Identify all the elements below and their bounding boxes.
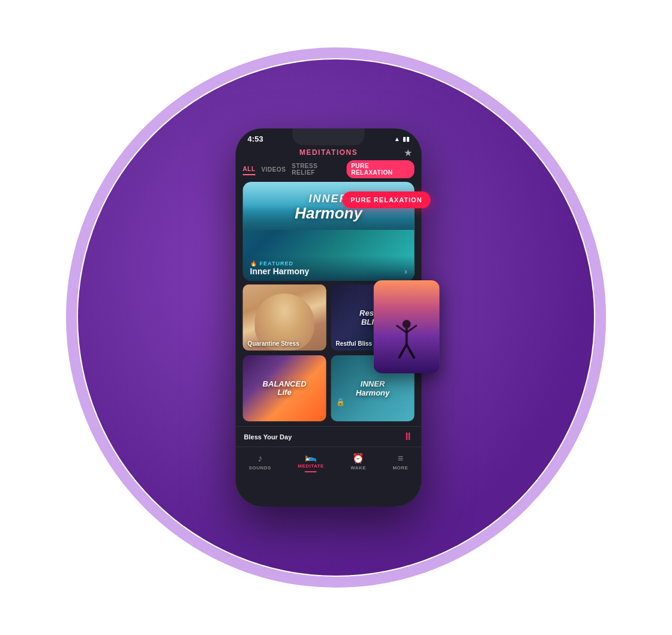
playing-title: Bless Your Day — [244, 433, 292, 441]
tab-pure-relaxation[interactable]: PURE RELAXATION — [346, 160, 414, 178]
meditate-icon: 🛌 — [305, 451, 317, 462]
playing-bar: Bless Your Day ⏸ — [236, 426, 422, 447]
battery-icon: ▮▮ — [403, 136, 410, 142]
meditate-label: MEDITATE — [298, 463, 324, 469]
card-inner-harmony-text: INNERHarmony — [356, 379, 389, 397]
tab-all[interactable]: ALL — [243, 164, 256, 175]
card-balanced-text: BALANCEDLife — [263, 380, 307, 397]
wake-label: WAKE — [350, 465, 366, 471]
phone-wrapper: 4:53 ▲ ▮▮ MEDITATIONS ★ ALL VIDEOS STRES… — [236, 128, 422, 507]
sounds-label: SOUNDS — [249, 465, 271, 471]
nav-meditate[interactable]: 🛌 MEDITATE — [298, 451, 324, 472]
app-header: MEDITATIONS ★ — [236, 146, 422, 160]
pause-button[interactable]: ⏸ — [403, 430, 413, 443]
pure-relaxation-bubble: PURE RELAXATION — [342, 191, 430, 208]
nav-wake[interactable]: ⏰ WAKE — [350, 453, 366, 471]
phone-notch — [293, 128, 365, 145]
scene: 4:53 ▲ ▮▮ MEDITATIONS ★ ALL VIDEOS STRES… — [0, 0, 672, 635]
banner-bottom: 🔥 FEATURED Inner Harmony › — [243, 256, 415, 281]
card-quarantine-stress[interactable]: Quarantine Stress — [243, 284, 326, 351]
app-title: MEDITATIONS — [299, 148, 358, 157]
status-time: 4:53 — [248, 134, 263, 143]
wake-icon: ⏰ — [352, 453, 364, 464]
more-icon: ≡ — [398, 453, 403, 464]
svg-line-4 — [399, 345, 407, 358]
favorite-icon[interactable]: ★ — [404, 147, 412, 158]
featured-label: 🔥 FEATURED — [250, 260, 407, 266]
card-restful-label: Restful Bliss — [336, 340, 373, 347]
filter-tabs: ALL VIDEOS STRESS RELIEF PURE RELAXATION — [236, 160, 422, 182]
tab-stress-relief[interactable]: STRESS RELIEF — [292, 161, 340, 178]
chevron-right-icon: › — [404, 266, 407, 276]
tab-videos[interactable]: VIDEOS — [262, 164, 286, 175]
wifi-icon: ▲ — [394, 136, 400, 142]
sounds-icon: ♪ — [257, 453, 262, 464]
more-label: MORE — [392, 465, 408, 471]
svg-point-0 — [403, 320, 411, 328]
featured-name: Inner Harmony › — [250, 266, 407, 276]
side-yoga-card — [374, 280, 440, 373]
lock-icon: 🔒 — [336, 398, 345, 406]
nav-sounds[interactable]: ♪ SOUNDS — [249, 453, 271, 471]
bottom-nav: ♪ SOUNDS 🛌 MEDITATE ⏰ WAKE ≡ MORE — [236, 447, 422, 478]
yoga-silhouette-icon — [392, 319, 422, 367]
status-icons: ▲ ▮▮ — [394, 136, 410, 142]
card-balanced-life[interactable]: BALANCEDLife — [243, 355, 326, 421]
card-quarantine-label: Quarantine Stress — [248, 340, 299, 347]
side-card-background — [374, 280, 440, 373]
nav-more[interactable]: ≡ MORE — [392, 453, 408, 471]
